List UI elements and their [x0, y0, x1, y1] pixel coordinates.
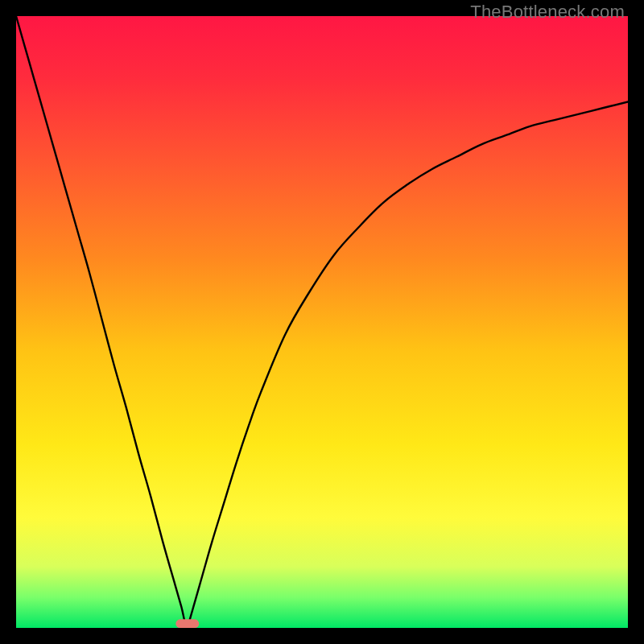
gradient-background [16, 16, 628, 628]
plot-area [16, 16, 628, 628]
attribution-text: TheBottleneck.com [470, 2, 625, 23]
bottleneck-chart [16, 16, 628, 628]
min-marker [175, 619, 199, 628]
